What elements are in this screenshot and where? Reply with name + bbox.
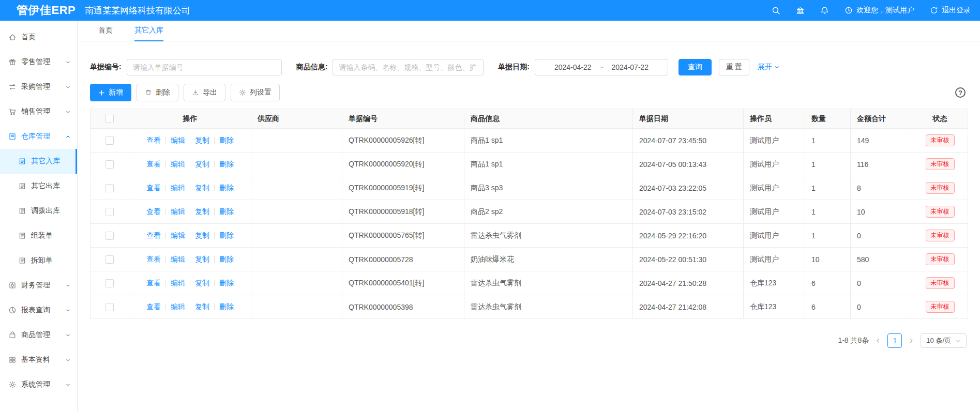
- expand-link[interactable]: 展开: [758, 63, 780, 72]
- app-root: 管伊佳ERP 南通某某网络科技有限公司 欢迎您，测试用户: [0, 0, 980, 411]
- row-bill-no: QTRK00000005765[转]: [342, 224, 464, 248]
- action-delete[interactable]: 删除: [219, 207, 234, 216]
- action-edit[interactable]: 编辑: [171, 136, 185, 144]
- sidebar-item-retail[interactable]: 零售管理: [0, 50, 77, 74]
- action-delete[interactable]: 删除: [219, 136, 234, 144]
- action-delete[interactable]: 删除: [219, 231, 234, 239]
- search-icon[interactable]: [772, 6, 780, 15]
- tab-other-inbound[interactable]: 其它入库: [134, 21, 163, 41]
- action-view[interactable]: 查看: [146, 136, 161, 144]
- col-header-operator: 操作员: [744, 109, 805, 129]
- sidebar-item-system[interactable]: 系统管理: [0, 372, 77, 397]
- sidebar-item-sales[interactable]: 销售管理: [0, 99, 77, 124]
- tab-home[interactable]: 首页: [98, 21, 113, 41]
- action-view[interactable]: 查看: [146, 160, 161, 168]
- action-copy[interactable]: 复制: [195, 184, 209, 192]
- sidebar-item-transfer-outbound[interactable]: 调拨出库: [0, 199, 77, 223]
- action-copy[interactable]: 复制: [195, 279, 209, 287]
- sidebar-item-label: 系统管理: [21, 380, 50, 389]
- action-view[interactable]: 查看: [146, 184, 161, 192]
- action-delete[interactable]: 删除: [219, 255, 234, 263]
- row-product: 商品3 sp3: [464, 176, 633, 200]
- action-view[interactable]: 查看: [146, 231, 161, 239]
- sidebar-item-goods[interactable]: 商品管理: [0, 323, 77, 347]
- action-copy[interactable]: 复制: [195, 207, 209, 216]
- reset-button[interactable]: 重置: [719, 59, 749, 75]
- row-date: 2024-05-22 00:51:30: [633, 248, 744, 271]
- row-checkbox[interactable]: [105, 232, 114, 240]
- action-edit[interactable]: 编辑: [171, 207, 185, 216]
- action-edit[interactable]: 编辑: [171, 231, 185, 239]
- sidebar-item-reports[interactable]: 报表查询: [0, 298, 77, 323]
- row-checkbox[interactable]: [105, 303, 114, 311]
- action-copy[interactable]: 复制: [195, 302, 209, 311]
- action-copy[interactable]: 复制: [195, 160, 209, 168]
- action-edit[interactable]: 编辑: [171, 160, 185, 168]
- action-view[interactable]: 查看: [146, 302, 161, 311]
- product-info-input[interactable]: [333, 59, 484, 75]
- sidebar-item-home[interactable]: 首页: [0, 25, 77, 50]
- search-button[interactable]: 查询: [679, 59, 712, 75]
- bill-no-input[interactable]: [127, 59, 282, 75]
- sidebar-item-finance[interactable]: 财务管理: [0, 273, 77, 298]
- row-checkbox[interactable]: [105, 208, 114, 216]
- help-icon[interactable]: ?: [955, 87, 966, 98]
- select-all-checkbox[interactable]: [105, 115, 114, 123]
- page-size-select[interactable]: 10 条/页: [921, 333, 967, 348]
- logout-button[interactable]: 退出登录: [930, 6, 971, 15]
- chevron-down-icon: [65, 357, 71, 363]
- bank-icon[interactable]: [796, 6, 805, 15]
- action-delete[interactable]: 删除: [219, 184, 234, 192]
- action-edit[interactable]: 编辑: [171, 279, 185, 287]
- prev-page-button[interactable]: [875, 338, 881, 344]
- action-copy[interactable]: 复制: [195, 136, 209, 144]
- bell-icon[interactable]: [820, 6, 829, 15]
- sidebar-item-label: 零售管理: [21, 57, 50, 67]
- sidebar-item-assembly-order[interactable]: 组装单: [0, 223, 77, 248]
- sidebar-item-disassembly-order[interactable]: 拆卸单: [0, 248, 77, 273]
- sidebar-item-label: 仓库管理: [21, 132, 50, 141]
- sidebar-item-label: 采购管理: [21, 82, 50, 92]
- row-checkbox[interactable]: [105, 279, 114, 287]
- sidebar-item-basic-data[interactable]: 基本资料: [0, 347, 77, 372]
- action-edit[interactable]: 编辑: [171, 302, 185, 311]
- table-row: 查看编辑复制删除QTRK00000005918[转]商品2 sp22024-07…: [91, 200, 968, 224]
- sidebar-item-label: 拆卸单: [31, 256, 53, 265]
- row-checkbox[interactable]: [105, 255, 114, 264]
- export-button[interactable]: 导出: [184, 84, 225, 101]
- action-delete[interactable]: 删除: [219, 279, 234, 287]
- sidebar-item-label: 商品管理: [21, 330, 50, 340]
- swap-icon: [8, 83, 17, 91]
- sidebar-item-other-inbound[interactable]: 其它入库: [0, 149, 77, 174]
- next-page-button[interactable]: [908, 338, 914, 344]
- add-button[interactable]: 新增: [90, 84, 131, 101]
- sidebar-item-warehouse[interactable]: 仓库管理: [0, 124, 77, 149]
- action-view[interactable]: 查看: [146, 207, 161, 216]
- action-delete[interactable]: 删除: [219, 160, 234, 168]
- action-edit[interactable]: 编辑: [171, 255, 185, 263]
- sidebar-item-label: 其它出库: [31, 181, 60, 191]
- date-range-picker[interactable]: 2024-04-22 ~ 2024-07-22: [535, 59, 668, 75]
- sidebar-item-purchase[interactable]: 采购管理: [0, 74, 77, 99]
- action-edit[interactable]: 编辑: [171, 184, 185, 192]
- sidebar-item-label: 销售管理: [21, 107, 50, 116]
- row-checkbox[interactable]: [105, 160, 114, 169]
- action-view[interactable]: 查看: [146, 279, 161, 287]
- row-amount: 0: [851, 271, 912, 295]
- action-copy[interactable]: 复制: [195, 255, 209, 263]
- row-qty: 1: [805, 153, 851, 176]
- action-view[interactable]: 查看: [146, 255, 161, 263]
- row-checkbox[interactable]: [105, 184, 114, 192]
- column-settings-button[interactable]: 列设置: [231, 84, 280, 101]
- action-delete[interactable]: 删除: [219, 302, 234, 311]
- welcome-text: 欢迎您，测试用户: [856, 6, 914, 15]
- gift-icon: [8, 58, 17, 66]
- row-checkbox[interactable]: [105, 136, 114, 145]
- page-number-button[interactable]: 1: [887, 333, 902, 348]
- chevron-up-icon: [65, 134, 71, 140]
- row-operator: 仓库123: [744, 295, 805, 319]
- action-copy[interactable]: 复制: [195, 231, 209, 239]
- delete-button[interactable]: 删除: [137, 84, 178, 101]
- chevron-down-icon: [65, 283, 71, 288]
- sidebar-item-other-outbound[interactable]: 其它出库: [0, 174, 77, 199]
